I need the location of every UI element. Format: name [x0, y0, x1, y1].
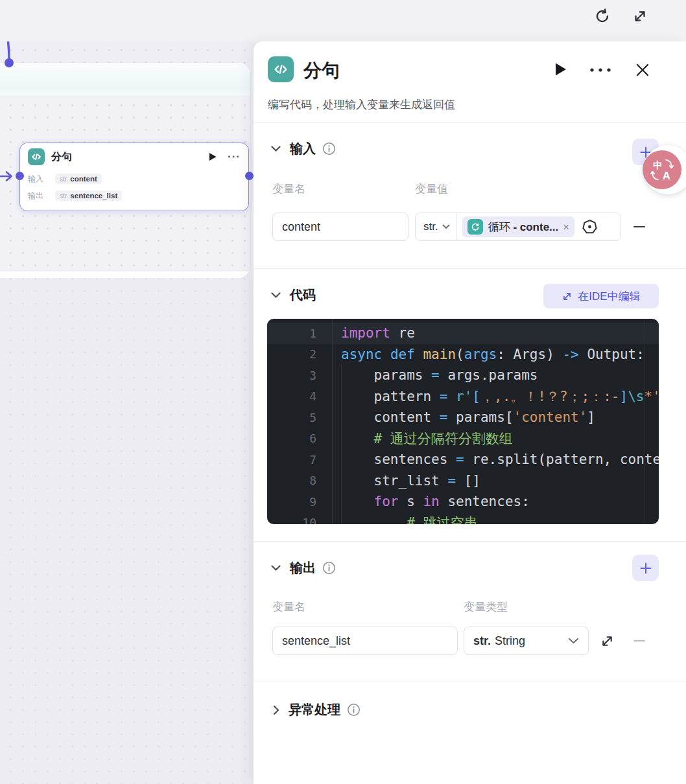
code-editor[interactable]: 1import re2async def main(args: Args) ->…	[267, 319, 659, 524]
node-more-icon[interactable]: ···	[228, 154, 241, 160]
remove-tag-icon[interactable]: ×	[563, 222, 569, 233]
output-col-name-label: 变量名	[272, 599, 305, 614]
code-line[interactable]: 6 # 通过分隔符分割数组	[267, 428, 659, 450]
heptagon-dot-icon[interactable]	[581, 218, 598, 236]
line-number: 1	[267, 327, 332, 340]
input-section-header[interactable]: 输入	[271, 140, 336, 157]
refresh-icon[interactable]	[593, 7, 611, 25]
chevron-down-icon	[442, 224, 450, 229]
plus-icon	[639, 562, 652, 575]
pill-value: sentence_list	[70, 192, 117, 200]
loop-container-header	[0, 63, 250, 95]
translate-button[interactable]: 中 A	[643, 150, 681, 189]
chevron-down-icon	[271, 292, 281, 298]
code-line[interactable]: 7 sentences = re.split(pattern, content)	[267, 449, 659, 470]
node-output-label: 输出	[28, 190, 51, 202]
input-section-label: 输入	[290, 140, 316, 157]
output-variable-name-field[interactable]	[272, 627, 458, 655]
code-line[interactable]: 5 content = params['content']	[267, 407, 659, 428]
node-input-port[interactable]	[16, 172, 24, 180]
svg-text:中: 中	[653, 160, 663, 170]
panel-subtitle: 编写代码，处理输入变量来生成返回值	[268, 97, 455, 112]
pill-type: str.	[60, 176, 68, 183]
code-line[interactable]: 2async def main(args: Args) -> Output:	[267, 344, 659, 365]
svg-text:A: A	[663, 170, 670, 182]
input-variable-value-control[interactable]: str. 循环 - conte... ×	[415, 213, 621, 241]
code-line[interactable]: 4 pattern = r'[，,.。！!？?；;：:-]\s*'	[267, 386, 659, 408]
code-line-content: params = args.params	[332, 367, 538, 383]
panel-more-icon[interactable]	[589, 67, 613, 73]
chevron-right-icon	[273, 705, 279, 715]
gutter-separator	[332, 319, 333, 524]
node-config-panel: 分句 编写代码，处理输入变量来生成返回值 输入 变量名 变量值 str.	[254, 41, 686, 784]
indent-guide	[341, 365, 342, 524]
code-line-content: pattern = r'[，,.。！!？?；;：:-]\s*'	[332, 387, 659, 406]
code-line-content: for s in sentences:	[332, 494, 530, 509]
output-type-select[interactable]: str. String	[464, 627, 589, 655]
close-icon[interactable]	[635, 62, 650, 78]
node-run-icon[interactable]	[208, 152, 217, 161]
code-line[interactable]: 10 # 跳过空串	[267, 513, 659, 525]
run-node-icon[interactable]	[554, 62, 567, 76]
code-section-label: 代码	[290, 286, 316, 304]
code-line-content: async def main(args: Args) -> Output:	[332, 347, 645, 362]
code-line[interactable]: 9 for s in sentences:	[267, 491, 659, 513]
code-line-content: sentences = re.split(pattern, content)	[332, 452, 659, 467]
info-icon	[322, 142, 336, 156]
chevron-down-icon	[271, 565, 281, 571]
pill-value: content	[70, 175, 97, 183]
expand-icon	[562, 291, 573, 302]
code-node-card[interactable]: 分句 ··· 输入 str. content 输出 str. sentence_…	[19, 143, 249, 211]
variable-reference-tag[interactable]: 循环 - conte... ×	[462, 216, 575, 237]
output-section-header[interactable]: 输出	[271, 559, 336, 577]
type-prefix: str.	[473, 634, 491, 648]
divider	[254, 682, 686, 682]
pill-type: str.	[60, 192, 68, 200]
node-input-pill: str. content	[55, 174, 102, 184]
node-io-row: 输出 str. sentence_list	[20, 187, 248, 204]
node-output-port[interactable]	[245, 172, 254, 180]
output-section-label: 输出	[290, 559, 316, 577]
node-io-row: 输入 str. content	[20, 170, 248, 187]
canvas-outside-loop[interactable]	[0, 278, 254, 784]
divider	[456, 213, 457, 240]
line-number: 4	[267, 389, 332, 403]
code-line[interactable]: 1import re	[267, 323, 659, 344]
code-line[interactable]: 3 params = args.params	[267, 365, 659, 386]
node-output-pill: str. sentence_list	[55, 190, 122, 201]
node-card-header: 分句 ···	[20, 143, 248, 170]
code-line-content: # 跳过空串	[332, 514, 477, 524]
code-line-content: content = params['content']	[332, 409, 595, 425]
panel-code-icon	[268, 56, 294, 82]
expand-icon	[600, 634, 615, 649]
translate-icon: 中 A	[647, 155, 677, 185]
code-line-content: import re	[332, 325, 415, 341]
divider	[254, 268, 686, 269]
input-col-name-label: 变量名	[272, 181, 305, 196]
chevron-down-icon	[271, 146, 281, 152]
line-number: 10	[267, 516, 332, 524]
code-line-content: str_list = []	[332, 473, 480, 489]
remove-output-row-button[interactable]	[625, 627, 654, 655]
edit-in-ide-button[interactable]: 在IDE中编辑	[543, 284, 659, 308]
node-input-label: 输入	[28, 174, 51, 185]
edge-endpoint-dot	[5, 58, 14, 67]
line-number: 2	[267, 347, 332, 361]
fullscreen-icon[interactable]	[631, 7, 649, 25]
line-number: 7	[267, 453, 332, 467]
type-selector[interactable]: str.	[423, 220, 438, 233]
expand-output-button[interactable]	[596, 630, 618, 652]
incoming-edge-arrow	[0, 170, 17, 183]
exception-section-header[interactable]: 异常处理	[273, 701, 361, 719]
line-number: 9	[267, 495, 332, 509]
add-output-button[interactable]	[632, 555, 659, 581]
remove-input-row-button[interactable]	[625, 213, 654, 241]
node-title: 分句	[51, 150, 208, 164]
loop-icon	[467, 219, 483, 235]
code-line[interactable]: 8 str_list = []	[267, 470, 659, 492]
info-icon	[347, 703, 361, 717]
divider	[254, 122, 686, 123]
input-variable-name-field[interactable]	[272, 213, 408, 241]
code-section-header[interactable]: 代码	[271, 286, 322, 304]
panel-title: 分句	[303, 58, 340, 83]
